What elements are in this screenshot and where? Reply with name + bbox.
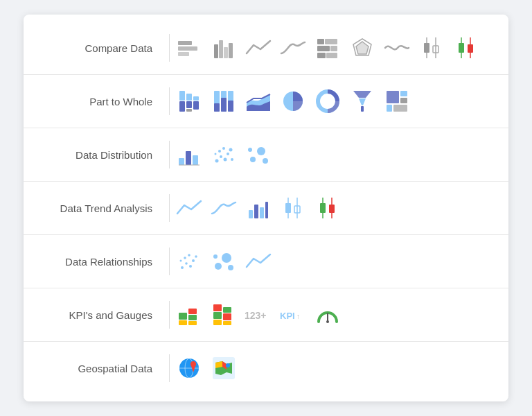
svg-rect-2: [178, 52, 189, 56]
donut-chart-icon[interactable]: [315, 89, 340, 114]
svg-rect-89: [188, 309, 197, 314]
svg-rect-42: [400, 91, 407, 96]
trend-line-icon[interactable]: [177, 196, 202, 220]
trend-candlestick-gray-icon[interactable]: [281, 196, 305, 220]
kpi-stacked-icon[interactable]: [211, 302, 236, 327]
svg-rect-72: [320, 203, 326, 213]
svg-rect-25: [186, 94, 192, 101]
svg-point-62: [248, 148, 252, 152]
stacked-bar-blue-icon[interactable]: [177, 89, 202, 114]
svg-rect-28: [193, 96, 199, 101]
svg-point-81: [180, 260, 182, 262]
svg-rect-45: [393, 105, 407, 112]
svg-rect-8: [325, 39, 337, 44]
svg-rect-6: [229, 43, 233, 58]
histogram-icon[interactable]: [177, 142, 202, 167]
svg-rect-27: [186, 109, 192, 112]
kpi-bar-icon[interactable]: [177, 302, 202, 327]
svg-rect-44: [387, 105, 392, 112]
data-relationships-row: Data Relationships: [24, 235, 508, 288]
svg-point-75: [181, 266, 184, 269]
svg-point-77: [189, 265, 192, 268]
data-distribution-row: Data Distribution: [24, 128, 508, 182]
radar-chart-icon[interactable]: [350, 35, 375, 60]
data-trend-icons: [177, 196, 340, 220]
line-chart-icon[interactable]: [246, 35, 271, 60]
part-to-whole-label: Part to Whole: [24, 96, 169, 107]
stacked-bar-icon[interactable]: [177, 35, 202, 60]
svg-rect-40: [361, 106, 364, 112]
kpis-gauges-row: KPI's and Gauges: [24, 288, 508, 342]
gauge-icon[interactable]: [315, 302, 340, 327]
svg-point-50: [215, 159, 219, 163]
pie-chart-icon[interactable]: [281, 89, 305, 114]
kpis-gauges-label: KPI's and Gauges: [24, 309, 169, 321]
part-to-whole-row: Part to Whole: [24, 75, 508, 128]
svg-rect-31: [214, 103, 220, 112]
row-divider: [169, 141, 170, 168]
svg-rect-48: [193, 155, 198, 165]
svg-rect-35: [228, 101, 233, 112]
svg-rect-26: [186, 101, 192, 108]
svg-rect-16: [424, 43, 429, 53]
svg-marker-14: [356, 42, 369, 54]
percent-stacked-icon[interactable]: [211, 89, 236, 114]
scatter-small-icon[interactable]: [211, 142, 236, 167]
svg-rect-68: [285, 203, 291, 213]
svg-rect-63: [249, 210, 253, 218]
svg-rect-3: [214, 44, 218, 58]
candlestick-color-icon[interactable]: [454, 35, 479, 60]
relationship-line-icon[interactable]: [246, 249, 271, 274]
svg-rect-24: [179, 101, 185, 112]
row-divider: [169, 194, 170, 222]
svg-rect-4: [219, 40, 223, 58]
row-divider: [169, 34, 170, 62]
grouped-bar-icon[interactable]: [211, 35, 236, 60]
relationship-scatter-icon[interactable]: [177, 249, 202, 274]
kpi-number-icon[interactable]: 123+: [246, 302, 271, 327]
svg-point-80: [195, 255, 197, 258]
row-divider: [169, 354, 170, 382]
svg-point-59: [250, 157, 256, 162]
svg-text:123+: 123+: [245, 310, 267, 321]
map-icon[interactable]: [211, 356, 236, 381]
area-chart-blue-icon[interactable]: [246, 89, 271, 114]
treemap-icon[interactable]: [384, 89, 409, 114]
trend-curved-icon[interactable]: [211, 196, 236, 220]
svg-point-76: [185, 262, 188, 265]
trend-bar-icon[interactable]: [246, 196, 271, 220]
diverging-bar-icon[interactable]: [315, 35, 340, 60]
stream-chart-icon[interactable]: [384, 35, 409, 60]
svg-rect-20: [459, 43, 464, 53]
svg-marker-38: [353, 91, 371, 98]
svg-text:↑: ↑: [296, 313, 300, 320]
svg-rect-7: [317, 39, 324, 44]
svg-point-86: [213, 254, 218, 259]
trend-candlestick-color-icon[interactable]: [315, 196, 340, 220]
svg-rect-23: [179, 91, 185, 101]
svg-point-79: [192, 259, 195, 262]
data-distribution-label: Data Distribution: [24, 149, 169, 161]
data-relationships-label: Data Relationships: [24, 256, 169, 268]
row-divider: [169, 248, 170, 275]
svg-rect-33: [221, 98, 227, 112]
part-to-whole-icons: [177, 89, 409, 114]
svg-rect-5: [224, 47, 228, 58]
svg-point-82: [188, 254, 190, 257]
bubble-chart-icon[interactable]: [246, 142, 271, 167]
globe-pin-icon[interactable]: [177, 356, 202, 381]
svg-point-108: [226, 363, 230, 367]
geospatial-icons: [177, 356, 236, 381]
curved-line-icon[interactable]: [281, 35, 305, 60]
candlestick-gray-icon[interactable]: [419, 35, 444, 60]
row-divider: [169, 87, 170, 115]
svg-rect-10: [330, 46, 337, 51]
svg-point-83: [215, 263, 222, 270]
svg-point-57: [222, 147, 225, 150]
funnel-chart-icon[interactable]: [350, 89, 375, 114]
kpi-text-icon[interactable]: KPI ↑: [281, 302, 305, 327]
relationship-bubble-icon[interactable]: [211, 249, 236, 274]
svg-rect-92: [213, 304, 222, 311]
svg-point-52: [224, 158, 227, 162]
svg-point-54: [227, 153, 229, 155]
